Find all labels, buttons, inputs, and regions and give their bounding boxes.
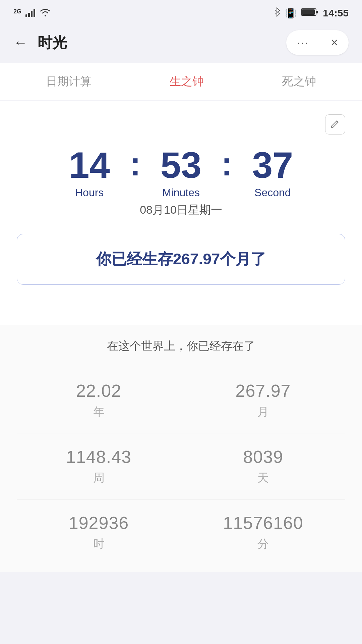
stats-intro: 在这个世界上，你已经存在了 xyxy=(17,338,345,354)
hours-segment: 14 Hours xyxy=(53,145,126,199)
stat-cell-weeks: 1148.43 周 xyxy=(17,433,181,499)
hours-label: Hours xyxy=(75,186,104,199)
wifi-icon xyxy=(39,7,51,19)
date-display: 08月10日星期一 xyxy=(17,202,345,218)
minutes-label: Minutes xyxy=(162,186,200,199)
stat-value-hours: 192936 xyxy=(69,513,129,533)
stat-unit-hours: 时 xyxy=(93,536,105,552)
status-left: 2G xyxy=(13,7,51,19)
edit-row xyxy=(17,114,345,135)
svg-rect-1 xyxy=(316,11,318,13)
hours-value: 14 xyxy=(69,145,110,185)
stat-cell-days: 8039 天 xyxy=(181,433,345,499)
stat-unit-years: 年 xyxy=(93,404,105,420)
stat-cell-hours: 192936 时 xyxy=(17,499,181,565)
signal-icon xyxy=(25,9,35,17)
stats-grid: 22.02 年 267.97 月 1148.43 周 8039 天 192936… xyxy=(17,367,345,565)
edit-button[interactable] xyxy=(325,114,345,135)
svg-rect-2 xyxy=(302,9,315,15)
stat-cell-months: 267.97 月 xyxy=(181,367,345,433)
stat-value-months: 267.97 xyxy=(235,381,291,401)
seconds-segment: 37 Second xyxy=(236,145,309,199)
stat-cell-years: 22.02 年 xyxy=(17,367,181,433)
colon-1: : xyxy=(126,145,144,183)
main-content: 14 Hours : 53 Minutes : 37 Second 08月10日… xyxy=(0,101,362,325)
tab-life-clock[interactable]: 生之钟 xyxy=(170,72,204,91)
stats-section: 在这个世界上，你已经存在了 22.02 年 267.97 月 1148.43 周… xyxy=(0,325,362,572)
status-right: 📳 14:55 xyxy=(274,7,349,19)
stat-value-years: 22.02 xyxy=(76,381,121,401)
vibrate-icon: 📳 xyxy=(285,8,297,19)
tab-bar: 日期计算 生之钟 死之钟 xyxy=(0,63,362,100)
stat-cell-minutes: 11576160 分 xyxy=(181,499,345,565)
page-title: 时光 xyxy=(38,33,276,53)
existence-box: 你已经生存267.97个月了 xyxy=(17,234,345,285)
clock-display: 14 Hours : 53 Minutes : 37 Second xyxy=(17,145,345,199)
colon-2: : xyxy=(218,145,236,183)
battery-icon xyxy=(301,8,318,19)
stat-value-minutes: 11576160 xyxy=(223,513,303,533)
seconds-label: Second xyxy=(254,186,291,199)
stat-value-weeks: 1148.43 xyxy=(66,447,131,467)
time-display: 14:55 xyxy=(323,7,349,19)
close-button[interactable]: × xyxy=(320,30,349,55)
more-button[interactable]: ··· xyxy=(286,31,320,54)
existence-text: 你已经生存267.97个月了 xyxy=(96,250,266,268)
stat-value-days: 8039 xyxy=(243,447,283,467)
stat-unit-days: 天 xyxy=(257,470,269,486)
bluetooth-icon xyxy=(274,7,280,19)
back-button[interactable]: ← xyxy=(13,36,27,50)
minutes-value: 53 xyxy=(161,145,201,185)
minutes-segment: 53 Minutes xyxy=(144,145,218,199)
header-actions: ··· × xyxy=(286,30,349,55)
header: ← 时光 ··· × xyxy=(0,23,362,63)
status-bar: 2G 📳 xyxy=(0,0,362,23)
tab-date-calc[interactable]: 日期计算 xyxy=(46,72,92,91)
seconds-value: 37 xyxy=(252,145,293,185)
stat-unit-minutes: 分 xyxy=(257,536,269,552)
network-indicator: 2G xyxy=(13,8,21,18)
stat-unit-weeks: 周 xyxy=(93,470,105,486)
tab-death-clock[interactable]: 死之钟 xyxy=(282,72,316,91)
stat-unit-months: 月 xyxy=(257,404,269,420)
